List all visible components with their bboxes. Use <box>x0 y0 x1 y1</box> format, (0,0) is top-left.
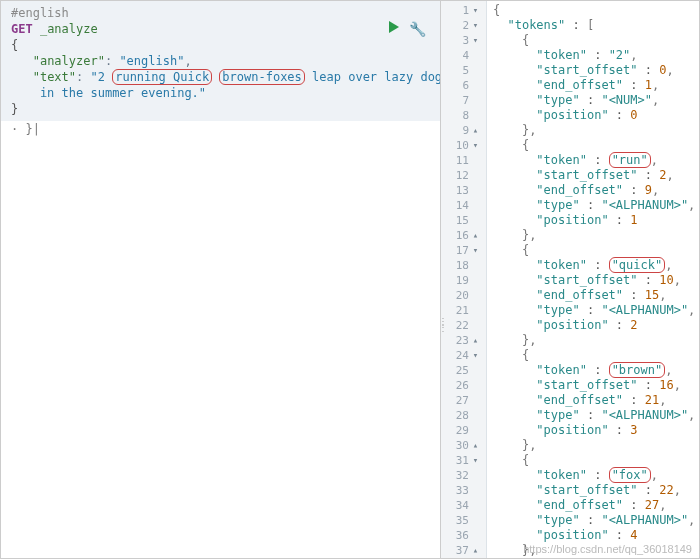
response-pane[interactable]: ⋮⋮ 1▾2▾3▾456789▴10▾111213141516▴17▾18192… <box>441 1 699 558</box>
line-number: 17▾ <box>441 243 480 258</box>
line-number: 37▴ <box>441 543 480 558</box>
line-number: 32 <box>441 468 480 483</box>
line-number: 1▾ <box>441 3 480 18</box>
comment-line: #english <box>11 5 440 21</box>
line-number: 24▾ <box>441 348 480 363</box>
line-number: 2▾ <box>441 18 480 33</box>
code-line: "position" : 0 <box>493 108 695 123</box>
line-number: 35 <box>441 513 480 528</box>
play-icon[interactable] <box>389 21 399 33</box>
line-number: 34 <box>441 498 480 513</box>
code-line: "token" : "brown", <box>493 363 695 378</box>
line-number: 18 <box>441 258 480 273</box>
code-line: "start_offset" : 22, <box>493 483 695 498</box>
action-icons: 🔧 <box>389 21 426 37</box>
code-line: "position" : 1 <box>493 213 695 228</box>
line-number: 3▾ <box>441 33 480 48</box>
code-line: }, <box>493 228 695 243</box>
code-line: "token" : "fox", <box>493 468 695 483</box>
code-line: }, <box>493 438 695 453</box>
code-line: "token" : "quick", <box>493 258 695 273</box>
code-line: "start_offset" : 0, <box>493 63 695 78</box>
line-number: 13 <box>441 183 480 198</box>
line-number: 12 <box>441 168 480 183</box>
code-line: "end_offset" : 27, <box>493 498 695 513</box>
wrench-icon[interactable]: 🔧 <box>409 21 426 37</box>
analyzer-line: "analyzer": "english", <box>11 53 440 69</box>
code-line: "start_offset" : 16, <box>493 378 695 393</box>
highlight-token: "fox" <box>609 467 651 483</box>
highlight-token: "brown" <box>609 362 666 378</box>
code-line: { <box>493 3 695 18</box>
line-number: 19 <box>441 273 480 288</box>
code-line: "token" : "2", <box>493 48 695 63</box>
line-number: 30▴ <box>441 438 480 453</box>
line-number: 28 <box>441 408 480 423</box>
code-line: "start_offset" : 10, <box>493 273 695 288</box>
body-open: { <box>11 37 440 53</box>
line-number: 4 <box>441 48 480 63</box>
code-line: "end_offset" : 9, <box>493 183 695 198</box>
highlight-token: "run" <box>609 152 651 168</box>
highlight-running-quick: running Quick <box>112 69 212 85</box>
text-wrap-line: in the summer evening." <box>11 85 440 101</box>
code-line: "start_offset" : 2, <box>493 168 695 183</box>
code-line: "type" : "<ALPHANUM>", <box>493 198 695 213</box>
code-line: "end_offset" : 15, <box>493 288 695 303</box>
line-number: 9▴ <box>441 123 480 138</box>
line-number: 23▴ <box>441 333 480 348</box>
line-number: 29 <box>441 423 480 438</box>
line-number-gutter: 1▾2▾3▾456789▴10▾111213141516▴17▾18192021… <box>441 1 487 558</box>
line-number: 27 <box>441 393 480 408</box>
code-line: "token" : "run", <box>493 153 695 168</box>
code-line: "end_offset" : 1, <box>493 78 695 93</box>
line-number: 11 <box>441 153 480 168</box>
request-pane[interactable]: 🔧 #english GET _analyze { "analyzer": "e… <box>1 1 441 558</box>
line-number: 5 <box>441 63 480 78</box>
code-line: { <box>493 138 695 153</box>
line-number: 20 <box>441 288 480 303</box>
code-line: "type" : "<NUM>", <box>493 93 695 108</box>
line-number: 26 <box>441 378 480 393</box>
code-line: { <box>493 243 695 258</box>
code-line: "position" : 3 <box>493 423 695 438</box>
code-line: }, <box>493 123 695 138</box>
cursor-tail: · }| <box>1 121 440 137</box>
line-number: 10▾ <box>441 138 480 153</box>
code-line: "position" : 4 <box>493 528 695 543</box>
line-number: 15 <box>441 213 480 228</box>
line-number: 16▴ <box>441 228 480 243</box>
request-block[interactable]: 🔧 #english GET _analyze { "analyzer": "e… <box>1 1 440 121</box>
watermark: https://blog.csdn.net/qq_36018149 <box>523 543 692 555</box>
code-line: { <box>493 348 695 363</box>
code-line: "position" : 2 <box>493 318 695 333</box>
highlight-token: "quick" <box>609 257 666 273</box>
code-line: { <box>493 33 695 48</box>
splitter-grip-icon[interactable]: ⋮⋮ <box>441 319 448 331</box>
request-line: GET _analyze <box>11 21 440 37</box>
line-number: 8 <box>441 108 480 123</box>
line-number: 36 <box>441 528 480 543</box>
code-line: "type" : "<ALPHANUM>", <box>493 513 695 528</box>
body-close: } <box>11 101 440 117</box>
line-number: 14 <box>441 198 480 213</box>
code-line: "type" : "<ALPHANUM>", <box>493 408 695 423</box>
line-number: 6 <box>441 78 480 93</box>
code-line: }, <box>493 333 695 348</box>
line-number: 31▾ <box>441 453 480 468</box>
code-line: { <box>493 453 695 468</box>
code-line: "type" : "<ALPHANUM>", <box>493 303 695 318</box>
code-line: "end_offset" : 21, <box>493 393 695 408</box>
highlight-brown-foxes: brown-foxes <box>219 69 304 85</box>
line-number: 33 <box>441 483 480 498</box>
text-line: "text": "2 running Quick brown-foxes lea… <box>11 69 440 85</box>
response-code[interactable]: { "tokens" : [ { "token" : "2", "start_o… <box>487 1 699 558</box>
code-line: "tokens" : [ <box>493 18 695 33</box>
line-number: 25 <box>441 363 480 378</box>
line-number: 7 <box>441 93 480 108</box>
